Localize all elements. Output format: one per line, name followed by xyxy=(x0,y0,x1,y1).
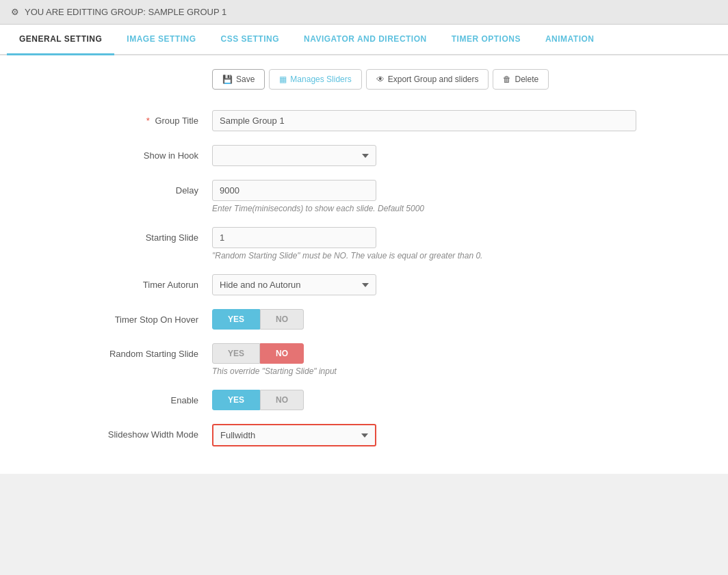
starting-slide-hint: "Random Starting Slide" must be NO. The … xyxy=(212,251,482,260)
timer-stop-field-col: YES NO xyxy=(212,309,304,330)
tab-image[interactable]: IMAGE SETTING xyxy=(114,25,208,55)
timer-autorun-label: Timer Autorun xyxy=(21,274,212,290)
enable-yes-button[interactable]: YES xyxy=(212,390,260,410)
group-title-input[interactable] xyxy=(212,110,636,131)
enable-toggle: YES NO xyxy=(212,390,304,410)
timer-stop-toggle: YES NO xyxy=(212,309,304,330)
save-button[interactable]: 💾 Save xyxy=(212,69,265,90)
show-in-hook-field-col xyxy=(212,145,376,166)
tab-css[interactable]: CSS SETTING xyxy=(208,25,291,55)
manages-label: Manages Sliders xyxy=(290,75,351,84)
top-bar: ⚙ YOU ARE EDITTING GROUP: SAMPLE GROUP 1 xyxy=(0,0,728,25)
delay-hint: Enter Time(miniseconds) to show each sli… xyxy=(212,204,424,213)
show-in-hook-row: Show in Hook xyxy=(21,145,707,166)
tab-general[interactable]: GENERAL SETTING xyxy=(7,25,114,55)
delay-row: Delay Enter Time(miniseconds) to show ea… xyxy=(21,180,707,213)
timer-stop-row: Timer Stop On Hover YES NO xyxy=(21,309,707,330)
timer-stop-no-button[interactable]: NO xyxy=(260,309,304,330)
save-icon: 💾 xyxy=(222,75,233,84)
timer-stop-yes-button[interactable]: YES xyxy=(212,309,260,330)
slideshow-width-field-col: Fullwidth Boxed xyxy=(212,424,376,446)
tabs-container: GENERAL SETTING IMAGE SETTING CSS SETTIN… xyxy=(0,25,728,55)
timer-autorun-select[interactable]: Hide and no Autorun Show and Autorun xyxy=(212,274,376,295)
enable-label: Enable xyxy=(21,390,212,405)
tab-animation[interactable]: ANIMATION xyxy=(533,25,607,55)
main-content: GENERAL SETTING IMAGE SETTING CSS SETTIN… xyxy=(0,25,728,474)
group-title-row: * Group Title xyxy=(21,110,707,131)
random-slide-row: Random Starting Slide YES NO This overri… xyxy=(21,343,707,376)
timer-autorun-field-col: Hide and no Autorun Show and Autorun xyxy=(212,274,376,295)
timer-autorun-row: Timer Autorun Hide and no Autorun Show a… xyxy=(21,274,707,295)
random-slide-label: Random Starting Slide xyxy=(21,343,212,359)
random-slide-hint: This override "Starting Slide" input xyxy=(212,366,337,376)
export-button[interactable]: 👁 Export Group and sliders xyxy=(366,69,489,90)
slideshow-width-label: Slideshow Width Mode xyxy=(21,424,212,440)
starting-slide-input[interactable] xyxy=(212,227,376,248)
enable-field-col: YES NO xyxy=(212,390,304,410)
delete-button[interactable]: 🗑 Delete xyxy=(493,69,549,90)
delay-input[interactable] xyxy=(212,180,376,201)
show-in-hook-select[interactable] xyxy=(212,145,376,166)
content-area: 💾 Save ▦ Manages Sliders 👁 Export Group … xyxy=(0,55,728,474)
random-slide-no-button[interactable]: NO xyxy=(260,343,304,364)
starting-slide-row: Starting Slide "Random Starting Slide" m… xyxy=(21,227,707,260)
toolbar: 💾 Save ▦ Manages Sliders 👁 Export Group … xyxy=(21,69,707,90)
enable-no-button[interactable]: NO xyxy=(260,390,304,410)
slideshow-width-row: Slideshow Width Mode Fullwidth Boxed xyxy=(21,424,707,446)
tab-timer[interactable]: TIMER OPTIONS xyxy=(439,25,533,55)
gear-icon: ⚙ xyxy=(11,7,19,17)
manages-sliders-button[interactable]: ▦ Manages Sliders xyxy=(269,69,361,90)
show-in-hook-label: Show in Hook xyxy=(21,145,212,161)
save-label: Save xyxy=(236,75,255,84)
eye-icon: 👁 xyxy=(376,75,385,84)
top-bar-text: YOU ARE EDITTING GROUP: SAMPLE GROUP 1 xyxy=(25,7,226,17)
trash-icon: 🗑 xyxy=(503,75,511,84)
export-label: Export Group and sliders xyxy=(388,75,479,84)
required-asterisk: * xyxy=(146,116,150,126)
slideshow-width-select[interactable]: Fullwidth Boxed xyxy=(212,424,376,446)
starting-slide-label: Starting Slide xyxy=(21,227,212,243)
group-title-label: * Group Title xyxy=(21,110,212,126)
delay-field-col: Enter Time(miniseconds) to show each sli… xyxy=(212,180,424,213)
table-icon: ▦ xyxy=(279,75,287,84)
random-slide-field-col: YES NO This override "Starting Slide" in… xyxy=(212,343,337,376)
timer-stop-label: Timer Stop On Hover xyxy=(21,309,212,325)
random-slide-yes-button[interactable]: YES xyxy=(212,343,260,364)
starting-slide-field-col: "Random Starting Slide" must be NO. The … xyxy=(212,227,482,260)
enable-row: Enable YES NO xyxy=(21,390,707,410)
random-slide-toggle: YES NO xyxy=(212,343,337,364)
group-title-field-col xyxy=(212,110,636,131)
tab-navigator[interactable]: NAVIGATOR AND DIRECTION xyxy=(291,25,439,55)
delay-label: Delay xyxy=(21,180,212,196)
delete-label: Delete xyxy=(515,75,538,84)
